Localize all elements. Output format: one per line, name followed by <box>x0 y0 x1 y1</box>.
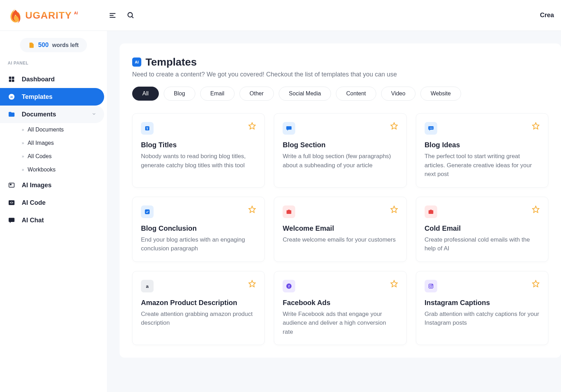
search-icon[interactable] <box>127 12 135 19</box>
svg-point-12 <box>10 184 11 185</box>
sidebar-item-ai-code[interactable]: <> AI Code <box>0 194 104 211</box>
filter-blog[interactable]: Blog <box>164 87 195 101</box>
svg-marker-26 <box>533 206 539 212</box>
sidebar-item-ai-images[interactable]: AI Images <box>0 176 104 194</box>
template-card[interactable]: fFacebook AdsWrite Facebook ads that eng… <box>274 271 406 345</box>
sidebar-item-dashboard[interactable]: Dashboard <box>0 70 104 88</box>
subitem-all-images[interactable]: »All Images <box>22 136 107 150</box>
logo-text: UGARITY <box>25 10 72 21</box>
sidebar-item-label: Templates <box>22 93 53 101</box>
svg-marker-24 <box>249 206 255 212</box>
code-icon: <> <box>8 199 15 207</box>
logo-ai-badge: AI <box>74 11 78 15</box>
svg-marker-25 <box>391 206 397 212</box>
subitem-label: All Images <box>28 140 54 146</box>
star-icon[interactable] <box>248 280 256 288</box>
logo[interactable]: UGARITY AI <box>7 7 78 24</box>
star-icon[interactable] <box>532 205 540 213</box>
sidebar-item-ai-chat[interactable]: AI Chat <box>0 211 104 229</box>
template-type-icon: T <box>141 122 154 135</box>
template-card[interactable]: TBlog TitlesNobody wants to read boring … <box>132 113 265 188</box>
svg-rect-5 <box>9 77 12 79</box>
template-type-icon <box>283 122 295 135</box>
filter-all[interactable]: All <box>132 87 159 101</box>
star-icon[interactable] <box>390 205 398 213</box>
svg-line-4 <box>132 16 134 18</box>
logo-area: UGARITY AI <box>7 7 109 24</box>
logo-flame-icon <box>7 7 24 24</box>
sidebar-item-label: AI Code <box>22 199 46 207</box>
ai-badge-icon: AI <box>8 93 15 101</box>
template-title: Blog Ideas <box>425 141 540 149</box>
template-type-icon <box>425 280 437 292</box>
star-icon[interactable] <box>532 280 540 288</box>
template-card[interactable]: Blog SectionWrite a full blog section (f… <box>274 113 406 188</box>
svg-point-3 <box>128 12 133 17</box>
template-description: Create welcome emails for your customers <box>283 235 398 244</box>
sidebar-item-label: Dashboard <box>22 76 55 83</box>
image-icon <box>8 181 15 189</box>
svg-point-34 <box>432 284 433 285</box>
template-description: Create attention grabbing amazon product… <box>141 310 256 327</box>
template-title: Blog Section <box>283 141 398 149</box>
star-icon[interactable] <box>390 122 398 130</box>
card-top-row: a <box>141 280 256 292</box>
page-header-row: AI Templates <box>132 56 548 68</box>
documents-submenu: »All Documents »All Images »All Codes »W… <box>0 123 107 176</box>
sidebar-item-documents[interactable]: Documents <box>0 106 104 123</box>
template-card[interactable]: Instagram CaptionsGrab attention with ca… <box>416 271 548 345</box>
subitem-all-documents[interactable]: »All Documents <box>22 123 107 136</box>
folder-icon <box>8 110 15 118</box>
sidebar-item-label: AI Chat <box>22 217 44 224</box>
top-header: UGARITY AI Crea <box>0 0 561 31</box>
template-title: Instagram Captions <box>425 299 540 307</box>
header-right-text[interactable]: Crea <box>540 12 554 19</box>
filter-website[interactable]: Website <box>420 87 461 101</box>
star-icon[interactable] <box>248 122 256 130</box>
svg-text:a: a <box>146 283 149 289</box>
filter-email[interactable]: Email <box>200 87 235 101</box>
template-title: Facebook Ads <box>283 299 398 307</box>
template-description: Write Facebook ads that engage your audi… <box>283 310 398 337</box>
chevron-down-icon <box>92 111 96 118</box>
template-card[interactable]: Blog IdeasThe perfect tool to start writ… <box>416 113 548 188</box>
template-description: End your blog articles with an engaging … <box>141 235 256 253</box>
document-icon <box>28 42 35 48</box>
filter-social-media[interactable]: Social Media <box>279 87 331 101</box>
menu-toggle-icon[interactable] <box>109 12 116 19</box>
template-card[interactable]: Welcome EmailCreate welcome emails for y… <box>274 197 406 262</box>
star-icon[interactable] <box>390 280 398 288</box>
card-top-row <box>283 122 398 135</box>
template-description: Write a full blog section (few paragraph… <box>283 152 398 170</box>
template-description: Grab attention with catchy captions for … <box>425 310 540 327</box>
card-top-row <box>283 205 398 218</box>
filter-content[interactable]: Content <box>336 87 376 101</box>
star-icon[interactable] <box>248 205 256 213</box>
svg-rect-7 <box>9 80 12 82</box>
card-top-row: T <box>141 122 256 135</box>
ai-page-icon: AI <box>132 58 141 67</box>
svg-rect-8 <box>12 80 14 82</box>
template-card[interactable]: aAmazon Product DescriptionCreate attent… <box>132 271 265 345</box>
template-type-icon: f <box>283 280 295 292</box>
sidebar-item-templates[interactable]: AI Templates <box>0 88 104 106</box>
subitem-label: Workbooks <box>28 167 56 173</box>
template-card[interactable]: Cold EmailCreate professional cold email… <box>416 197 548 262</box>
template-type-icon <box>141 205 154 218</box>
star-icon[interactable] <box>532 122 540 130</box>
subitem-all-codes[interactable]: »All Codes <box>22 150 107 163</box>
words-count: 500 <box>38 41 49 49</box>
page-subtitle: Need to create a content? We got you cov… <box>132 71 548 78</box>
filter-video[interactable]: Video <box>381 87 416 101</box>
subitem-label: All Documents <box>28 127 64 133</box>
card-top-row <box>425 122 540 135</box>
svg-marker-22 <box>533 123 539 129</box>
svg-text:T: T <box>146 127 148 130</box>
subitem-workbooks[interactable]: »Workbooks <box>22 163 107 176</box>
template-type-icon <box>283 205 295 218</box>
template-description: Create professional cold emails with the… <box>425 235 540 253</box>
card-top-row <box>425 280 540 292</box>
caret-icon: » <box>22 154 24 159</box>
template-card[interactable]: Blog ConclusionEnd your blog articles wi… <box>132 197 265 262</box>
filter-other[interactable]: Other <box>239 87 274 101</box>
